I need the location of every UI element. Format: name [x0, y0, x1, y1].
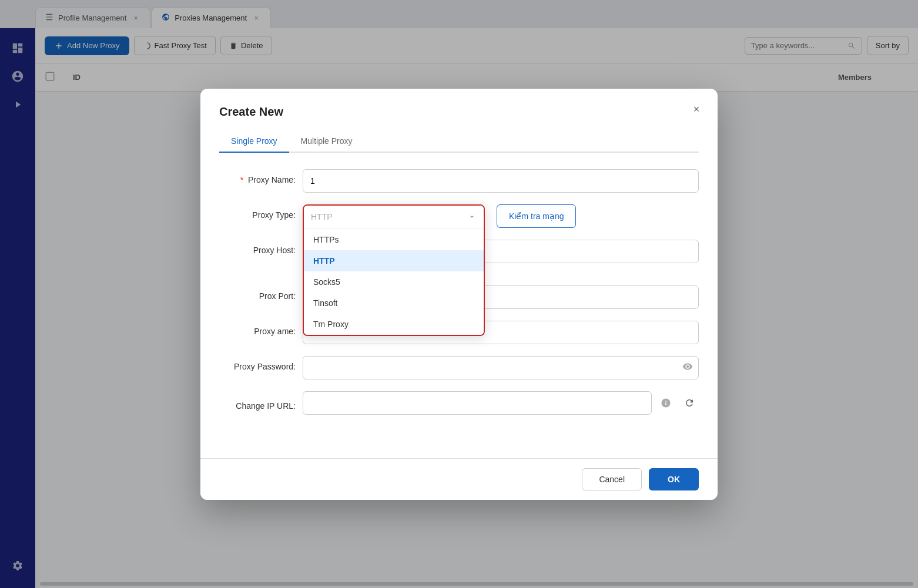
- change-ip-inputs: [303, 391, 699, 415]
- proxy-type-label: Proxy Type:: [219, 204, 296, 220]
- dialog-overlay: Create New × Single Proxy Multiple Proxy…: [0, 0, 918, 588]
- cancel-button[interactable]: Cancel: [582, 468, 642, 490]
- option-https[interactable]: HTTPs: [304, 229, 484, 250]
- proxy-password-row: Proxy Password:: [219, 356, 699, 379]
- info-button[interactable]: [656, 394, 675, 412]
- proxy-name-label: * Proxy Name:: [219, 169, 296, 184]
- tab-multiple-proxy[interactable]: Multiple Proxy: [289, 130, 364, 153]
- option-http[interactable]: HTTP: [304, 250, 484, 271]
- proxy-name-row: * Proxy Name:: [219, 169, 699, 193]
- option-tinsoft[interactable]: Tinsoft: [304, 293, 484, 314]
- dialog-tabs: Single Proxy Multiple Proxy: [219, 130, 699, 153]
- proxy-password-input[interactable]: [303, 356, 699, 379]
- change-ip-row: Change IP URL:: [219, 391, 699, 415]
- option-tm-proxy[interactable]: Tm Proxy: [304, 314, 484, 335]
- change-ip-input[interactable]: [303, 391, 652, 415]
- change-ip-label: Change IP URL:: [219, 395, 296, 411]
- check-network-button[interactable]: Kiểm tra mạng: [497, 204, 576, 228]
- eye-icon[interactable]: [682, 361, 693, 374]
- create-dialog: Create New × Single Proxy Multiple Proxy…: [200, 89, 718, 500]
- chevron-down-icon: [467, 212, 477, 221]
- proxy-host-label: Proxy Host:: [219, 240, 296, 255]
- dialog-title: Create New: [219, 105, 699, 119]
- dialog-close-button[interactable]: ×: [687, 100, 706, 119]
- proxy-type-trigger[interactable]: HTTP: [304, 206, 484, 229]
- proxy-type-row: Proxy Type: HTTP HTTPs: [219, 204, 699, 228]
- proxy-type-dropdown[interactable]: HTTP HTTPs HTTP: [303, 204, 485, 336]
- refresh-button[interactable]: [680, 394, 699, 412]
- dropdown-options: HTTPs HTTP Socks5 Tinsoft: [304, 229, 484, 335]
- proxy-username-label: Proxy ame:: [219, 321, 296, 336]
- proxy-password-label: Proxy Password:: [219, 356, 296, 371]
- proxy-password-input-wrapper: [303, 356, 699, 379]
- tab-single-proxy[interactable]: Single Proxy: [219, 130, 289, 153]
- dialog-footer: Cancel OK: [200, 458, 718, 500]
- form-content: * Proxy Name: Proxy Type: HTTP: [219, 169, 699, 473]
- ok-button[interactable]: OK: [649, 468, 699, 490]
- proxy-port-label: Prox Port:: [219, 285, 296, 301]
- option-socks5[interactable]: Socks5: [304, 271, 484, 293]
- proxy-name-input[interactable]: [303, 169, 699, 193]
- proxy-type-selected: HTTP: [311, 212, 333, 221]
